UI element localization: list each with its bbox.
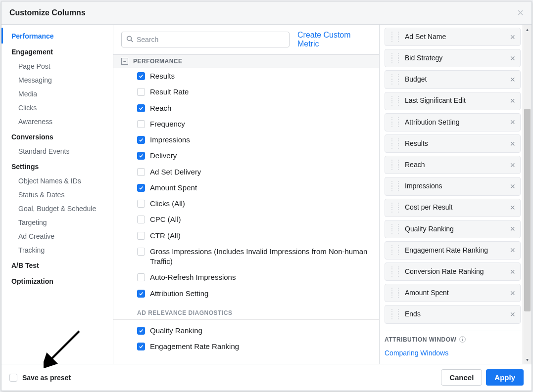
drag-handle-icon[interactable]: ⋮⋮⋮⋮ [388, 309, 405, 319]
selected-column-item[interactable]: ⋮⋮⋮⋮Last Significant Edit× [385, 92, 521, 110]
metric-checkbox[interactable] [137, 168, 145, 176]
selected-column-item[interactable]: ⋮⋮⋮⋮Budget× [385, 70, 521, 88]
remove-column-icon[interactable]: × [508, 54, 517, 63]
selected-column-item[interactable]: ⋮⋮⋮⋮Attribution Setting× [385, 113, 521, 131]
remove-column-icon[interactable]: × [508, 224, 517, 233]
metric-checkbox[interactable] [137, 104, 145, 112]
nav-sub-media[interactable]: Media [1, 87, 113, 101]
metric-checkbox[interactable] [137, 152, 145, 160]
modal-title: Customize Columns [9, 8, 86, 17]
drag-handle-icon[interactable]: ⋮⋮⋮⋮ [388, 224, 405, 234]
nav-cat-a-b-test[interactable]: A/B Test [1, 257, 113, 273]
remove-column-icon[interactable]: × [508, 75, 517, 84]
drag-handle-icon[interactable]: ⋮⋮⋮⋮ [388, 246, 405, 255]
selected-column-item[interactable]: ⋮⋮⋮⋮Quality Ranking× [385, 220, 521, 238]
section-header-performance[interactable]: − PERFORMANCE [113, 54, 379, 68]
metric-label: CPC (All) [150, 215, 181, 224]
metric-checkbox[interactable] [137, 343, 145, 350]
info-icon[interactable]: i [459, 336, 466, 343]
apply-button[interactable]: Apply [486, 369, 524, 386]
nav-cat-engagement[interactable]: Engagement [1, 44, 113, 59]
metric-checkbox[interactable] [137, 327, 145, 335]
nav-sub-page-post[interactable]: Page Post [1, 59, 113, 73]
nav-sub-targeting[interactable]: Targeting [1, 216, 113, 229]
metric-checkbox[interactable] [137, 200, 145, 208]
selected-column-label: Budget [405, 75, 508, 84]
selected-column-item[interactable]: ⋮⋮⋮⋮Results× [385, 134, 521, 153]
nav-sub-status-dates[interactable]: Status & Dates [1, 188, 113, 202]
nav-sub-standard-events[interactable]: Standard Events [1, 144, 113, 158]
save-preset-checkbox[interactable] [9, 374, 17, 382]
metric-checkbox[interactable] [137, 120, 145, 128]
selected-column-item[interactable]: ⋮⋮⋮⋮Ad Set Name× [385, 28, 521, 46]
selected-column-item[interactable]: ⋮⋮⋮⋮Engagement Rate Ranking× [385, 241, 521, 260]
selected-column-item[interactable]: ⋮⋮⋮⋮Conversion Rate Ranking× [385, 262, 521, 281]
metric-checkbox[interactable] [137, 184, 145, 192]
comparing-windows-link[interactable]: Comparing Windows [385, 349, 448, 357]
drag-handle-icon[interactable]: ⋮⋮⋮⋮ [388, 160, 405, 170]
remove-column-icon[interactable]: × [508, 33, 517, 42]
metric-checkbox[interactable] [137, 273, 145, 281]
selected-column-item[interactable]: ⋮⋮⋮⋮Bid Strategy× [385, 49, 521, 67]
drag-handle-icon[interactable]: ⋮⋮⋮⋮ [388, 96, 405, 106]
nav-cat-conversions[interactable]: Conversions [1, 129, 113, 144]
remove-column-icon[interactable]: × [508, 289, 517, 298]
drag-handle-icon[interactable]: ⋮⋮⋮⋮ [388, 288, 405, 298]
cancel-button[interactable]: Cancel [441, 369, 482, 386]
metric-checkbox[interactable] [137, 216, 145, 223]
selected-column-item[interactable]: ⋮⋮⋮⋮Ends× [385, 305, 521, 323]
remove-column-icon[interactable]: × [508, 246, 517, 255]
metric-row: Ad Set Delivery [113, 164, 379, 180]
metric-checkbox[interactable] [137, 88, 145, 96]
remove-column-icon[interactable]: × [508, 310, 517, 319]
nav-sub-object-names-ids[interactable]: Object Names & IDs [1, 174, 113, 188]
remove-column-icon[interactable]: × [508, 96, 517, 105]
remove-column-icon[interactable]: × [508, 182, 517, 191]
drag-handle-icon[interactable]: ⋮⋮⋮⋮ [388, 32, 405, 42]
drag-handle-icon[interactable]: ⋮⋮⋮⋮ [388, 139, 405, 148]
nav-cat-optimization[interactable]: Optimization [1, 273, 113, 289]
metric-checkbox[interactable] [137, 136, 145, 144]
scroll-down-arrow[interactable]: ▾ [523, 355, 532, 364]
attribution-title: ATTRIBUTION WINDOW [385, 336, 456, 343]
drag-handle-icon[interactable]: ⋮⋮⋮⋮ [388, 75, 405, 84]
metric-row: CPC (All) [113, 212, 379, 227]
selected-column-item[interactable]: ⋮⋮⋮⋮Cost per Result× [385, 199, 521, 217]
drag-handle-icon[interactable]: ⋮⋮⋮⋮ [388, 267, 405, 276]
remove-column-icon[interactable]: × [508, 139, 517, 148]
close-icon[interactable]: × [517, 7, 524, 18]
selected-column-item[interactable]: ⋮⋮⋮⋮Impressions× [385, 177, 521, 195]
drag-handle-icon[interactable]: ⋮⋮⋮⋮ [388, 181, 405, 191]
collapse-icon[interactable]: − [121, 58, 128, 65]
remove-column-icon[interactable]: × [508, 118, 517, 127]
remove-column-icon[interactable]: × [508, 267, 517, 276]
nav-sub-ad-creative[interactable]: Ad Creative [1, 229, 113, 243]
drag-handle-icon[interactable]: ⋮⋮⋮⋮ [388, 203, 405, 213]
remove-column-icon[interactable]: × [508, 203, 517, 212]
outer-scrollbar[interactable]: ▴ ▾ [523, 25, 532, 364]
create-custom-metric-link[interactable]: Create Custom Metric [297, 31, 371, 48]
nav-cat-settings[interactable]: Settings [1, 158, 113, 174]
metric-checkbox[interactable] [137, 232, 145, 240]
metric-row: Results [113, 68, 379, 84]
selected-column-item[interactable]: ⋮⋮⋮⋮Reach× [385, 156, 521, 174]
nav-sub-awareness[interactable]: Awareness [1, 115, 113, 129]
remove-column-icon[interactable]: × [508, 161, 517, 170]
metric-checkbox[interactable] [137, 72, 145, 80]
scroll-thumb[interactable] [524, 109, 531, 311]
nav-cat-performance[interactable]: Performance [1, 28, 113, 44]
metrics-scroll[interactable]: − PERFORMANCE ResultsResult RateReachFre… [113, 54, 379, 364]
drag-handle-icon[interactable]: ⋮⋮⋮⋮ [388, 53, 405, 63]
nav-sub-clicks[interactable]: Clicks [1, 101, 113, 115]
nav-sub-goal-budget-schedule[interactable]: Goal, Budget & Schedule [1, 202, 113, 216]
nav-sub-messaging[interactable]: Messaging [1, 73, 113, 87]
drag-handle-icon[interactable]: ⋮⋮⋮⋮ [388, 118, 405, 127]
metric-checkbox[interactable] [137, 248, 145, 256]
metric-checkbox[interactable] [137, 290, 145, 298]
metric-row: Gross Impressions (Includes Invalid Impr… [113, 244, 379, 270]
nav-sub-tracking[interactable]: Tracking [1, 243, 113, 257]
selected-column-label: Reach [405, 161, 508, 170]
search-input[interactable] [121, 32, 290, 47]
selected-column-item[interactable]: ⋮⋮⋮⋮Amount Spent× [385, 284, 521, 302]
scroll-up-arrow[interactable]: ▴ [523, 25, 532, 34]
